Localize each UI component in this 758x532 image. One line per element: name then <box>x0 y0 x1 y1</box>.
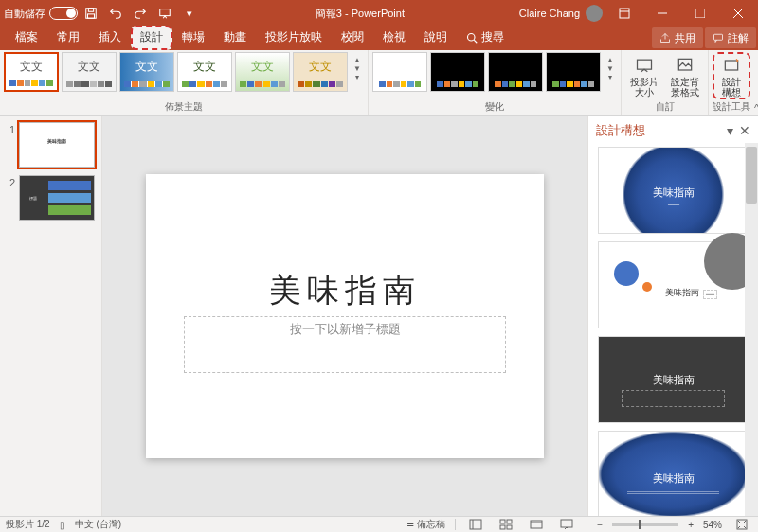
tab-design[interactable]: 設計 <box>131 26 172 50</box>
svg-line-11 <box>474 40 477 43</box>
pane-close-button[interactable]: ✕ <box>739 123 750 138</box>
zoom-level[interactable]: 54% <box>703 520 722 530</box>
tab-animations[interactable]: 動畫 <box>214 26 256 50</box>
tab-file[interactable]: 檔案 <box>6 26 47 50</box>
autosave-toggle[interactable]: 自動儲存 <box>4 7 78 21</box>
tab-insert[interactable]: 插入 <box>89 26 131 50</box>
theme-thumb-1[interactable]: 文文 <box>4 52 59 92</box>
slide-title[interactable]: 美味指南 <box>203 269 487 312</box>
user-name[interactable]: Claire Chang <box>519 8 580 19</box>
svg-rect-18 <box>500 520 505 523</box>
slideshow-view-button[interactable] <box>556 518 577 532</box>
design-idea-1[interactable]: 美味指南━━━━ <box>598 147 749 234</box>
language-status[interactable]: 中文 (台灣) <box>75 518 121 531</box>
svg-rect-3 <box>160 9 171 16</box>
status-bar: 投影片 1/2 ▯ 中文 (台灣) ≐ 備忘稿 − + 54% <box>0 516 758 532</box>
pane-dropdown-button[interactable]: ▾ <box>727 123 733 138</box>
ribbon: 文文 文文 文文 文文 文文 文文 ▲▼▾ 佈景主題 ▲▼▾ 變化 投影片 大小 <box>0 50 758 116</box>
design-idea-3[interactable]: 美味指南 <box>598 336 749 423</box>
svg-rect-22 <box>531 521 542 528</box>
share-icon <box>659 32 671 44</box>
theme-thumb-3[interactable]: 文文 <box>119 52 174 92</box>
pane-scrollbar[interactable] <box>745 143 758 516</box>
svg-rect-21 <box>507 525 512 529</box>
close-button[interactable] <box>722 0 754 27</box>
design-idea-2[interactable]: 美味指南 ━━━ <box>598 241 749 328</box>
tab-slideshow[interactable]: 投影片放映 <box>256 26 332 50</box>
zoom-in-button[interactable]: + <box>688 520 694 530</box>
comment-icon <box>713 32 724 44</box>
format-background-button[interactable]: 設定背 景格式 <box>666 52 704 98</box>
slide-size-button[interactable]: 投影片 大小 <box>625 52 663 98</box>
group-variants: ▲▼▾ 變化 <box>369 50 622 115</box>
variant-thumb-4[interactable] <box>546 52 601 92</box>
comments-button[interactable]: 註解 <box>705 27 756 48</box>
tab-transitions[interactable]: 轉場 <box>172 26 214 50</box>
design-idea-4[interactable]: 美味指南 <box>598 431 749 516</box>
main-area: 1 美味指南 2 標題 美味指南 按一下以新增子標題 設計構想 ▾ ✕ <box>0 116 758 516</box>
collapse-ribbon-button[interactable]: ^ <box>754 50 758 115</box>
variant-thumb-2[interactable] <box>430 52 485 92</box>
group-label-themes: 佈景主題 <box>4 100 364 115</box>
pane-header: 設計構想 ▾ ✕ <box>588 116 758 143</box>
group-label-variants: 變化 <box>372 100 617 115</box>
design-ideas-button[interactable]: 設計 構想 <box>713 52 750 99</box>
theme-thumb-2[interactable]: 文文 <box>62 52 117 92</box>
fit-to-window-button[interactable] <box>731 518 752 532</box>
undo-button[interactable] <box>104 3 127 24</box>
qat-more-button[interactable]: ▾ <box>178 3 201 24</box>
slide-size-icon <box>635 56 654 75</box>
slide-thumbnail-1[interactable]: 1 美味指南 <box>6 122 96 168</box>
notes-button[interactable]: ≐ 備忘稿 <box>406 518 445 531</box>
share-button[interactable]: 共用 <box>652 27 703 48</box>
svg-rect-24 <box>561 520 572 527</box>
svg-rect-15 <box>725 61 737 70</box>
slide-counter[interactable]: 投影片 1/2 <box>6 518 50 531</box>
theme-thumb-4[interactable]: 文文 <box>177 52 232 92</box>
save-button[interactable] <box>80 3 102 24</box>
present-from-start-button[interactable] <box>153 3 176 24</box>
variant-thumb-1[interactable] <box>372 52 427 92</box>
theme-thumb-5[interactable]: 文文 <box>235 52 290 92</box>
window-title: 簡報3 - PowerPoint <box>201 7 519 21</box>
svg-point-10 <box>468 33 476 41</box>
group-themes: 文文 文文 文文 文文 文文 文文 ▲▼▾ 佈景主題 <box>0 50 369 115</box>
redo-button[interactable] <box>129 3 152 24</box>
slide-mini-2[interactable]: 標題 <box>19 175 95 221</box>
format-bg-icon <box>676 56 695 75</box>
title-bar: 自動儲存 ▾ 簡報3 - PowerPoint Claire Chang <box>0 0 758 27</box>
zoom-slider[interactable] <box>612 523 678 526</box>
reading-view-button[interactable] <box>526 518 547 532</box>
tab-review[interactable]: 校閱 <box>332 26 373 50</box>
svg-rect-1 <box>88 9 93 12</box>
theme-thumb-6[interactable]: 文文 <box>293 52 348 92</box>
variants-more-button[interactable]: ▲▼▾ <box>604 52 617 85</box>
slide-thumbnail-panel: 1 美味指南 2 標題 <box>0 116 102 516</box>
search-box[interactable]: 搜尋 <box>457 26 514 50</box>
user-avatar[interactable] <box>586 5 603 22</box>
slide-canvas[interactable]: 美味指南 按一下以新增子標題 <box>146 174 544 458</box>
ribbon-tabs: 檔案 常用 插入 設計 轉場 動畫 投影片放映 校閱 檢視 說明 搜尋 共用 註… <box>0 27 758 50</box>
tab-home[interactable]: 常用 <box>47 26 89 50</box>
tab-view[interactable]: 檢視 <box>373 26 415 50</box>
themes-more-button[interactable]: ▲▼▾ <box>351 52 364 85</box>
svg-rect-16 <box>470 520 481 529</box>
slide-editor[interactable]: 美味指南 按一下以新增子標題 <box>102 116 587 516</box>
normal-view-button[interactable] <box>465 518 486 532</box>
group-customize: 投影片 大小 設定背 景格式 自訂 <box>622 50 709 115</box>
accessibility-icon[interactable]: ▯ <box>60 520 65 530</box>
variant-thumb-3[interactable] <box>488 52 543 92</box>
svg-rect-2 <box>88 14 95 18</box>
svg-rect-7 <box>695 9 705 18</box>
ribbon-display-button[interactable] <box>608 0 641 27</box>
group-label-design-tools: 設計工具 <box>713 100 750 115</box>
slide-mini-1[interactable]: 美味指南 <box>19 122 95 168</box>
maximize-button[interactable] <box>684 0 716 27</box>
sorter-view-button[interactable] <box>496 518 516 532</box>
slide-subtitle-placeholder[interactable]: 按一下以新增子標題 <box>184 316 506 373</box>
slide-thumbnail-2[interactable]: 2 標題 <box>6 175 96 221</box>
zoom-out-button[interactable]: − <box>597 520 603 530</box>
minimize-button[interactable] <box>646 0 678 27</box>
svg-rect-19 <box>507 520 512 523</box>
tab-help[interactable]: 說明 <box>415 26 457 50</box>
